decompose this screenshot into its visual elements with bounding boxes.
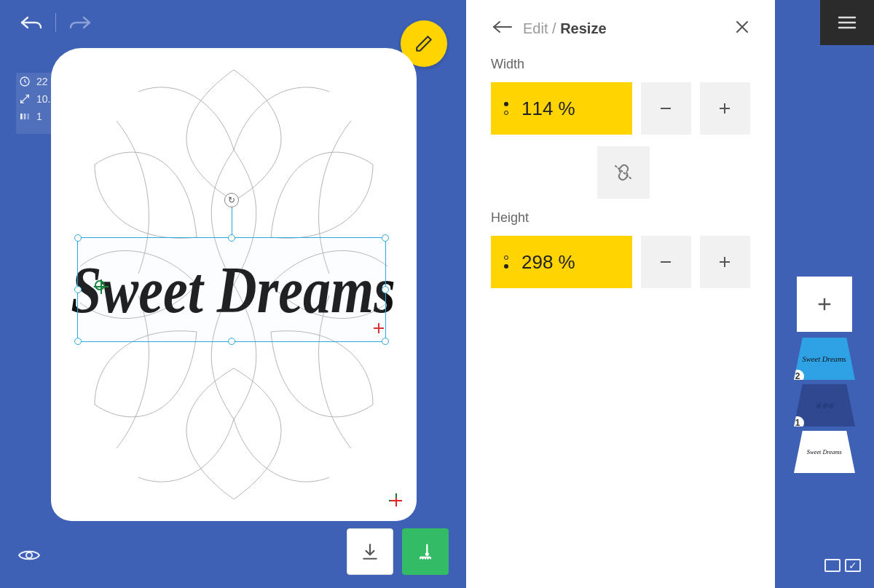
view-mode-outline[interactable] [824,559,840,572]
layer-thumb-1[interactable]: ※※※ 1 [794,384,855,426]
resize-handle[interactable] [74,286,82,293]
drag-grip-icon [504,102,508,115]
aspect-lock-button[interactable] [597,146,650,199]
height-value-field[interactable]: 298 % [491,236,632,288]
layer-badge: 2 [791,370,804,383]
width-value: 114 % [521,98,575,120]
layer-thumb-text: Sweet Dreams [807,449,842,456]
layer-thumb-2[interactable]: Sweet Dreams 2 [794,338,855,380]
menu-button[interactable] [820,0,874,45]
resize-handle[interactable] [74,234,82,242]
undo-button[interactable] [19,14,44,31]
resize-panel: Edit / Resize Width 114 % Height [466,0,775,588]
resize-handle[interactable] [74,338,82,345]
view-mode-filled[interactable] [845,559,861,572]
path-end-marker [390,495,402,506]
add-layer-button[interactable] [797,277,852,332]
resize-handle[interactable] [228,338,235,345]
canvas-area: 22 min 10.0 x 3.5 in 1 [0,0,466,588]
height-decrease-button[interactable] [641,236,691,288]
resize-handle[interactable] [382,234,389,242]
layer-badge: 1 [791,416,804,429]
svg-rect-2 [24,114,26,119]
breadcrumb-parent: Edit / [523,20,556,36]
height-increase-button[interactable] [700,236,750,288]
history-controls [19,13,92,32]
layer-count: 1 [36,111,42,122]
height-label: Height [491,210,750,226]
view-mode-toggles [824,559,861,572]
svg-rect-1 [20,114,23,119]
download-button[interactable] [347,528,393,575]
svg-rect-3 [27,114,29,119]
separator [55,13,56,32]
layers-sidebar: Sweet Dreams 2 ※※※ 1 Sweet Dreams [775,0,874,588]
svg-point-4 [26,552,32,558]
breadcrumb-current: Resize [560,20,606,36]
width-decrease-button[interactable] [641,82,691,135]
width-value-field[interactable]: 114 % [491,82,632,135]
rotate-handle[interactable]: ↻ [224,193,239,207]
panel-close-button[interactable] [734,19,750,38]
selection-box[interactable]: ↻ [77,237,386,342]
width-label: Width [491,57,750,72]
rotate-stem [232,207,232,237]
layer-thumb-pattern: ※※※ [815,402,833,410]
svg-point-5 [426,553,428,555]
canvas-actions [347,528,449,575]
resize-handle[interactable] [382,338,389,345]
stitch-button[interactable] [402,528,449,575]
redo-button[interactable] [68,14,92,31]
width-increase-button[interactable] [700,82,750,135]
panel-back-button[interactable] [491,20,513,37]
drag-grip-icon [504,255,508,269]
height-value: 298 % [521,251,575,274]
layers-stack: Sweet Dreams 2 ※※※ 1 Sweet Dreams [775,277,874,477]
layer-thumb-combined[interactable]: Sweet Dreams [794,431,855,473]
preview-button[interactable] [17,547,41,566]
breadcrumb: Edit / Resize [523,20,607,37]
resize-handle[interactable] [228,234,235,242]
resize-handle[interactable] [382,286,389,293]
layer-thumb-text: Sweet Dreams [803,355,846,363]
